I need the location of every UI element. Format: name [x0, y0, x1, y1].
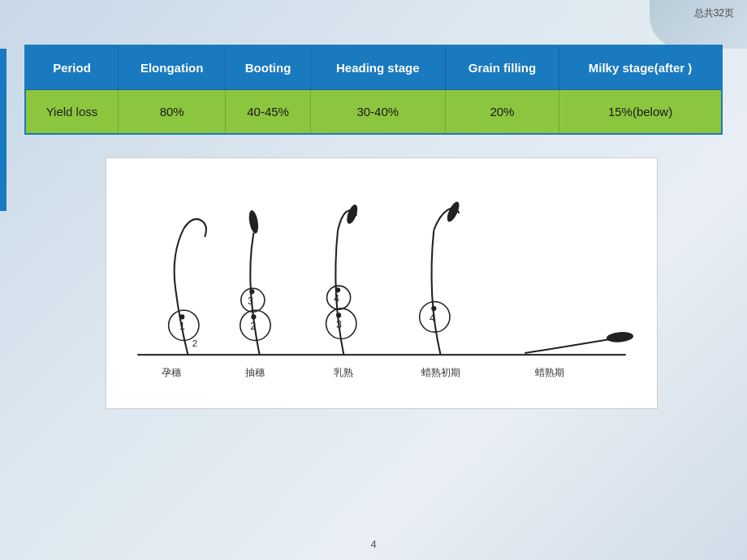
header-booting: Booting	[226, 45, 310, 90]
page-number: 4	[370, 538, 376, 550]
svg-text:3: 3	[248, 295, 253, 307]
cell-booting-value: 40-45%	[226, 90, 310, 135]
svg-point-4	[179, 314, 184, 319]
cell-milky-value: 15%(below)	[559, 90, 722, 135]
svg-text:乳熟: 乳熟	[334, 367, 353, 378]
left-accent-bar	[0, 49, 6, 211]
table-header-row: Period Elongation Booting Heading stage …	[25, 45, 722, 90]
svg-text:4: 4	[334, 293, 339, 304]
svg-text:2: 2	[192, 338, 197, 348]
main-content: Period Elongation Booting Heading stage …	[24, 45, 723, 409]
cell-grain-value: 20%	[445, 90, 559, 135]
svg-point-6	[248, 209, 260, 234]
page-info: 总共32页	[694, 6, 734, 20]
header-heading-stage: Heading stage	[310, 45, 445, 90]
svg-text:孕穗: 孕穗	[162, 367, 181, 378]
svg-text:2: 2	[250, 321, 256, 332]
svg-point-12	[249, 289, 254, 294]
cell-yield-loss-label: Yield loss	[25, 90, 118, 135]
header-period: Period	[25, 45, 118, 90]
svg-point-14	[345, 203, 360, 225]
svg-text:3: 3	[336, 319, 342, 330]
svg-point-20	[335, 287, 340, 292]
svg-text:抽穗: 抽穗	[245, 367, 265, 378]
svg-point-19	[336, 312, 341, 317]
plant-diagram: 1 2 孕穗 2 3 抽穗	[106, 157, 658, 409]
svg-point-27	[606, 331, 633, 343]
svg-point-25	[431, 306, 436, 311]
header-elongation: Elongation	[118, 45, 225, 90]
yield-loss-row: Yield loss 80% 40-45% 30-40% 20% 15%(bel…	[25, 90, 722, 135]
header-grain-filling: Grain filling	[445, 45, 559, 90]
header-milky-stage: Milky stage(after )	[559, 45, 722, 90]
cell-heading-value: 30-40%	[310, 90, 445, 135]
svg-text:蜡熟期: 蜡熟期	[535, 367, 564, 378]
svg-point-11	[251, 314, 256, 319]
svg-text:蜡熟初期: 蜡熟初期	[421, 367, 460, 378]
yield-loss-table: Period Elongation Booting Heading stage …	[24, 45, 723, 135]
svg-text:4: 4	[430, 312, 435, 324]
svg-text:1: 1	[179, 321, 185, 332]
cell-elongation-value: 80%	[118, 90, 225, 135]
plant-diagram-svg: 1 2 孕穗 2 3 抽穗	[114, 170, 649, 397]
